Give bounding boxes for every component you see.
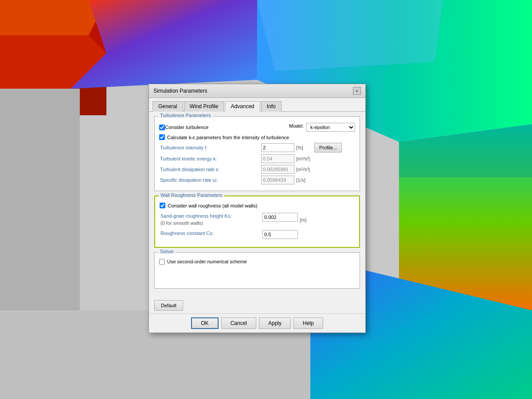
roughness-const-row: Roughness constant Cs: [160,230,355,239]
sand-grain-input[interactable] [262,213,298,222]
profile-button[interactable]: Profile... [314,143,342,153]
ok-button[interactable]: OK [191,317,218,329]
consider-wall-checkbox[interactable] [160,203,165,208]
roughness-const-label-block: Roughness constant Cs: [160,230,262,237]
help-button[interactable]: Help [293,317,323,329]
tab-general[interactable]: General [153,101,183,112]
specific-dissipation-row: Specific dissipation rate ω: [1/s] [159,176,355,184]
calc-ke-checkbox[interactable] [159,134,165,140]
sand-grain-label-block: Sand-grain roughness height Ks: (0 for s… [160,213,262,227]
apply-button[interactable]: Apply [259,317,291,329]
tab-advanced[interactable]: Advanced [225,101,260,112]
calc-ke-label: Calculate k-ε parameters from the intens… [167,135,289,140]
default-button[interactable]: Default [154,300,183,311]
kinetic-energy-label: Turbulent kinetic energy k: [159,156,261,161]
dialog-title: Simulation Parameters [153,88,207,94]
roughness-const-input[interactable] [262,230,298,239]
consider-wall-label: Consider wall roughness (all model walls… [168,203,257,208]
model-dropdown[interactable]: k-epsilon k-omega Spalart-Allmaras [306,123,355,132]
simulation-parameters-dialog: Simulation Parameters × General Wind Pro… [149,84,366,333]
cancel-button[interactable]: Cancel [221,317,256,329]
intensity-input[interactable] [261,143,294,152]
dialog-footer: OK Cancel Apply Help [149,313,365,332]
consider-turbulence-label: Consider turbulence [165,125,208,130]
turbulence-section-title: Turbulence Parameters [158,113,213,118]
solver-section-title: Solver [158,249,176,254]
sand-grain-label: Sand-grain roughness height Ks: [160,213,262,219]
solver-content: Use second-order numerical scheme [155,253,360,288]
second-order-row: Use second-order numerical scheme [159,259,355,265]
roughness-const-label: Roughness constant Cs: [160,230,262,237]
intensity-label: Turbulence intensity I: [159,145,261,150]
second-order-checkbox[interactable] [159,259,165,265]
turbulence-content: Consider turbulence Model: k-epsilon k-o… [155,117,360,191]
kinetic-energy-unit: [m²/s²] [296,156,312,161]
title-bar: Simulation Parameters × [149,84,365,98]
default-btn-row: Default [149,297,365,313]
tab-wind-profile[interactable]: Wind Profile [184,101,224,112]
specific-dissipation-label: Specific dissipation rate ω: [159,177,261,183]
specific-dissipation-unit: [1/s] [296,177,312,183]
specific-dissipation-input[interactable] [261,176,294,184]
dissipation-rate-label: Turbulent dissipation rate ε: [159,167,261,172]
wall-roughness-section: Wall Roughness Parameters Consider wall … [154,196,360,248]
dissipation-rate-unit: [m²/s³] [296,167,312,172]
close-button[interactable]: × [353,87,361,95]
sand-grain-unit: [m] [300,217,306,223]
model-label: Model: [289,123,304,129]
intensity-row: Turbulence intensity I: [%] Profile... [159,143,355,153]
intensity-unit: [%] [296,145,312,150]
dissipation-rate-row: Turbulent dissipation rate ε: [m²/s³] [159,165,355,174]
sand-grain-row: Sand-grain roughness height Ks: (0 for s… [160,213,355,227]
kinetic-energy-row: Turbulent kinetic energy k: [m²/s²] [159,154,355,163]
wall-roughness-content: Consider wall roughness (all model walls… [155,196,359,247]
second-order-label: Use second-order numerical scheme [167,259,247,264]
calc-ke-row: Calculate k-ε parameters from the intens… [159,134,355,140]
sand-grain-sublabel: (0 for smooth walls) [160,220,262,227]
tab-info[interactable]: Info [261,101,282,112]
wall-roughness-section-title: Wall Roughness Parameters [159,192,224,198]
consider-turbulence-checkbox[interactable] [159,125,165,130]
solver-section: Solver Use second-order numerical scheme [154,252,360,289]
dissipation-rate-input[interactable] [261,165,294,174]
dialog-body: Turbulence Parameters Consider turbulenc… [149,112,365,297]
tabs-bar: General Wind Profile Advanced Info [149,98,365,112]
turbulence-section: Turbulence Parameters Consider turbulenc… [154,116,360,191]
kinetic-energy-input[interactable] [261,154,294,163]
svg-marker-12 [257,0,443,71]
consider-wall-row: Consider wall roughness (all model walls… [160,203,355,208]
consider-turbulence-row: Consider turbulence Model: k-epsilon k-o… [159,123,355,132]
